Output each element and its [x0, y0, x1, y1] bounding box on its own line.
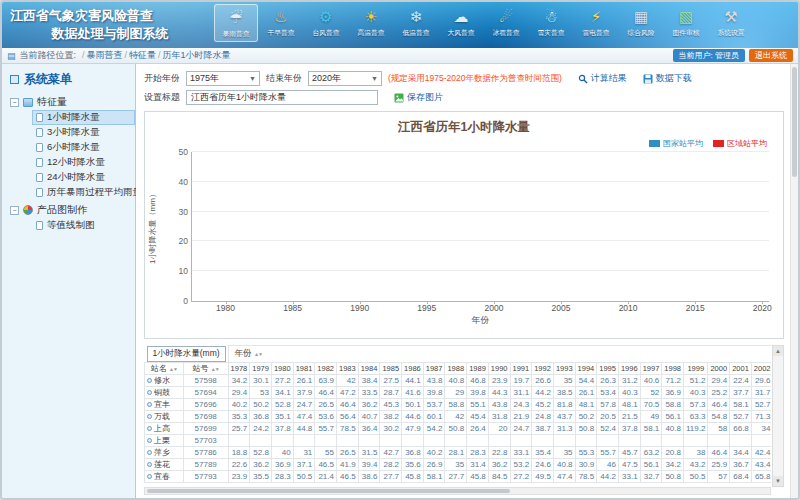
table-vertical-scrollbar[interactable]: ▲ ▼ — [772, 345, 784, 487]
nav-item-图件审核[interactable]: ▧图件审核 — [664, 4, 708, 42]
save-image-button[interactable]: 保存图片 — [394, 91, 443, 104]
year-header-1979[interactable]: 1979 — [250, 362, 272, 374]
breadcrumb-item[interactable]: 暴雨普查 — [87, 50, 123, 60]
nav-item-label: 雪灾普查 — [533, 28, 569, 37]
year-header-2001[interactable]: 2001 — [730, 362, 752, 374]
year-header-1991[interactable]: 1991 — [510, 362, 532, 374]
table-row[interactable]: 萍乡5778618.852.840315526.531.542.736.840.… — [145, 446, 772, 458]
nav-item-台风普查[interactable]: ⚙台风普查 — [304, 4, 348, 42]
tree-leaf-1小时降水量[interactable]: 1小时降水量 — [32, 110, 135, 125]
tree-leaf-历年暴雨过程平均雨量[interactable]: 历年暴雨过程平均雨量 — [32, 185, 135, 200]
nav-item-系统设置[interactable]: ⚒系统设置 — [709, 4, 753, 42]
year-header-1992[interactable]: 1992 — [532, 362, 554, 374]
nav-item-雷电普查[interactable]: ⚡雷电普查 — [574, 4, 618, 42]
table-row[interactable]: 莲花5778922.636.236.937.146.541.939.428.23… — [145, 458, 772, 470]
value-cell: 45.2 — [532, 398, 554, 410]
scroll-down-arrow-icon[interactable]: ▼ — [773, 476, 783, 486]
sort-icon[interactable]: ▲▼ — [211, 366, 219, 372]
table-row[interactable]: 宜丰5769640.250.252.824.726.546.436.245.35… — [145, 398, 772, 410]
legend-item[interactable]: 区域站平均 — [713, 138, 767, 149]
value-cell: 32.7 — [640, 470, 662, 482]
start-year-select[interactable]: 1975年 ▼ — [186, 71, 260, 86]
year-header-1997[interactable]: 1997 — [640, 362, 662, 374]
tree-leaf-6小时降水量[interactable]: 6小时降水量 — [32, 140, 135, 155]
year-header-1988[interactable]: 1988 — [445, 362, 467, 374]
nav-item-高温普查[interactable]: ☀高温普查 — [349, 4, 393, 42]
nav-item-干旱普查[interactable]: ♨干旱普查 — [259, 4, 303, 42]
value-cell: 63.9 — [315, 374, 337, 386]
table-horizontal-scrollbar[interactable] — [144, 487, 771, 495]
scroll-up-arrow-icon[interactable]: ▲ — [773, 346, 783, 356]
breadcrumb-item[interactable]: 历年1小时降水量 — [163, 50, 231, 60]
nav-item-大风普查[interactable]: ☁大风普查 — [439, 4, 483, 42]
y-tick-label: 10 — [179, 266, 188, 276]
sort-icon[interactable]: ▲▼ — [254, 351, 262, 357]
year-header-1989[interactable]: 1989 — [467, 362, 489, 374]
nav-item-综合风险[interactable]: ▦综合风险 — [619, 4, 663, 42]
horizontal-scroll-thumb[interactable] — [147, 489, 510, 493]
year-header-1978[interactable]: 1978 — [228, 362, 250, 374]
tree-leaf-label: 12小时降水量 — [47, 156, 105, 169]
vertical-scroll-thumb[interactable] — [792, 67, 797, 177]
year-header-1985[interactable]: 1985 — [380, 362, 402, 374]
col-id-header[interactable]: 站号 ▲▼ — [183, 362, 228, 374]
logout-button[interactable]: 退出系统 — [749, 49, 793, 62]
nav-item-冰雹普查[interactable]: ☄冰雹普查 — [484, 4, 528, 42]
tree-leaf-12小时降水量[interactable]: 12小时降水量 — [32, 155, 135, 170]
value-cell: 21.9 — [510, 410, 532, 422]
chart-title-input[interactable] — [186, 90, 378, 105]
table-row[interactable]: 铜鼓5769429.45334.137.946.447.233.528.741.… — [145, 386, 772, 398]
year-header-1984[interactable]: 1984 — [358, 362, 380, 374]
year-header-1994[interactable]: 1994 — [575, 362, 597, 374]
breadcrumb-item[interactable]: 特征量 — [129, 50, 156, 60]
value-cell: 20.5 — [597, 410, 619, 422]
tree-node-产品图制作[interactable]: −产品图制作 — [10, 202, 135, 218]
table-row[interactable]: 上高5769925.724.237.844.855.778.536.430.24… — [145, 422, 772, 434]
year-header-1993[interactable]: 1993 — [553, 362, 575, 374]
value-cell: 44.2 — [597, 470, 619, 482]
nav-item-雪灾普查[interactable]: ☃雪灾普查 — [529, 4, 573, 42]
year-header-1990[interactable]: 1990 — [488, 362, 510, 374]
year-header-1982[interactable]: 1982 — [315, 362, 337, 374]
tree-leaf-3小时降水量[interactable]: 3小时降水量 — [32, 125, 135, 140]
tree-node-特征量[interactable]: −特征量 — [10, 94, 135, 110]
value-cell: 35 — [553, 446, 575, 458]
value-cell: 49 — [640, 410, 662, 422]
tree-leaf-等值线制图[interactable]: 等值线制图 — [32, 218, 135, 233]
year-header-1980[interactable]: 1980 — [271, 362, 293, 374]
breadcrumb-separator: / — [82, 50, 85, 60]
col-name-header[interactable]: 站名 ▲▼ — [145, 362, 184, 374]
year-header-1987[interactable]: 1987 — [423, 362, 445, 374]
tree-leaf-24小时降水量[interactable]: 24小时降水量 — [32, 170, 135, 185]
end-year-select[interactable]: 2020年 ▼ — [308, 71, 382, 86]
legend-item[interactable]: 国家站平均 — [649, 138, 703, 149]
nav-item-暴雨普查[interactable]: ☔暴雨普查 — [214, 4, 258, 42]
document-icon — [36, 113, 43, 122]
tree-toggle-icon[interactable]: − — [10, 98, 19, 107]
year-header-1983[interactable]: 1983 — [337, 362, 359, 374]
download-button[interactable]: 数据下载 — [643, 72, 692, 85]
download-label: 数据下载 — [656, 72, 692, 85]
nav-item-低温普查[interactable]: ❄低温普查 — [394, 4, 438, 42]
table-row[interactable]: 上栗57703 — [145, 434, 772, 446]
calculate-button[interactable]: 计算结果 — [578, 72, 627, 85]
value-cell: 39.4 — [358, 458, 380, 470]
year-header-2000[interactable]: 2000 — [708, 362, 730, 374]
table-row[interactable]: 万载5769835.336.835.147.453.656.440.738.24… — [145, 410, 772, 422]
gridline — [192, 181, 769, 182]
value-cell: 26.9 — [423, 458, 445, 470]
value-cell: 37.7 — [730, 386, 752, 398]
year-header-1995[interactable]: 1995 — [597, 362, 619, 374]
window-vertical-scrollbar[interactable] — [790, 64, 798, 498]
table-row[interactable]: 修水5759834.230.127.226.163.94238.427.544.… — [145, 374, 772, 386]
year-header-2002[interactable]: 2002 — [751, 362, 771, 374]
sort-icon[interactable]: ▲▼ — [169, 366, 177, 372]
year-header-1981[interactable]: 1981 — [293, 362, 315, 374]
year-header-1999[interactable]: 1999 — [684, 362, 708, 374]
year-header-1998[interactable]: 1998 — [662, 362, 684, 374]
year-header-1986[interactable]: 1986 — [402, 362, 424, 374]
year-header-1996[interactable]: 1996 — [618, 362, 640, 374]
table-row[interactable]: 宜春5779323.935.528.350.521.446.538.627.74… — [145, 470, 772, 482]
year-group-header[interactable]: 年份 ▲▼ — [228, 346, 771, 363]
tree-toggle-icon[interactable]: − — [10, 206, 19, 215]
